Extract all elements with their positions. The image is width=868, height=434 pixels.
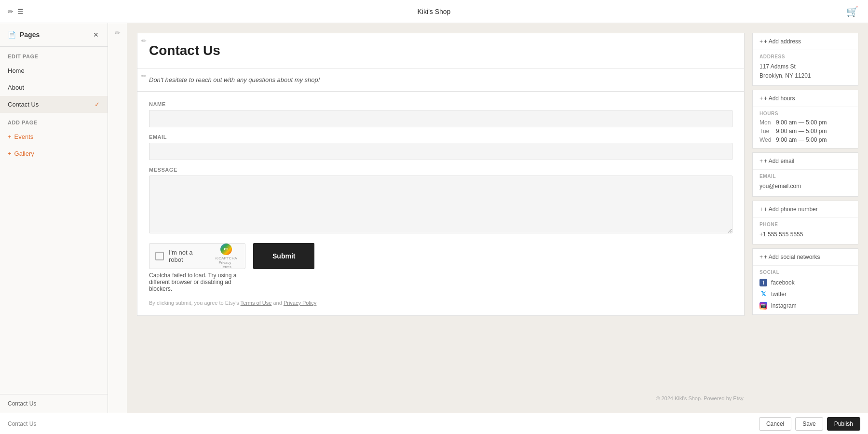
phone-section-label: PHONE (753, 218, 858, 229)
cancel-button[interactable]: Cancel (759, 417, 791, 431)
hours-row-mon: Mon 9:00 am — 5:00 pm (753, 118, 858, 127)
right-sidebar: + + Add address ADDRESS 117 Adams St Bro… (752, 33, 858, 403)
hours-row-tue: Tue 9:00 am — 5:00 pm (753, 127, 858, 136)
recaptcha-branding: reCAPTCHAPrivacy - Terms (213, 256, 239, 269)
social-row-instagram: 📷 instagram (753, 300, 858, 314)
cart-icon: 🛒 (846, 6, 858, 17)
page-footer: © 2024 Kiki's Shop. Powered by Etsy. (137, 388, 745, 403)
description-text: Don't hesitate to reach out with any que… (149, 76, 732, 83)
social-row-twitter: 𝕏 twitter (753, 288, 858, 300)
sidebar-footer: Contact Us (0, 394, 108, 413)
message-input[interactable] (149, 176, 732, 233)
list-icon[interactable]: ☰ (17, 8, 24, 15)
add-email-button[interactable]: + + Add email (753, 153, 858, 170)
close-sidebar-button[interactable]: ✕ (92, 30, 100, 40)
sidebar-item-home[interactable]: Home (0, 62, 108, 79)
sidebar-item-about[interactable]: About (0, 79, 108, 96)
top-bar-icons: ✏ ☰ (8, 8, 24, 15)
content-area: ✏ ✏ Contact Us ✏ Don't hesitate to reach… (108, 23, 868, 413)
form-section: ✏ Contact Us ✏ Don't hesitate to reach o… (137, 33, 745, 403)
email-card: + + Add email EMAIL you@email.com (752, 152, 858, 196)
social-row-facebook: f facebook (753, 277, 858, 288)
captcha-label: I'm not a robot (169, 249, 208, 263)
email-section-label: EMAIL (753, 170, 858, 181)
save-button[interactable]: Save (795, 417, 823, 431)
captcha-error: Captcha failed to load. Try using a diff… (149, 272, 245, 292)
bottom-bar-actions: Cancel Save Publish (759, 417, 860, 431)
plus-icon-social: + (760, 254, 763, 260)
add-address-button[interactable]: + + Add address (753, 33, 858, 50)
top-bar: ✏ ☰ Kiki's Shop 🛒 (0, 0, 868, 23)
email-input[interactable] (149, 143, 732, 160)
privacy-link[interactable]: Privacy Policy (284, 300, 316, 306)
page-canvas: ✏ Contact Us ✏ Don't hesitate to reach o… (127, 23, 868, 413)
plus-icon-gallery: + (8, 150, 12, 157)
instagram-icon: 📷 (760, 302, 767, 310)
recaptcha-icon: rC (220, 244, 232, 255)
add-social-button[interactable]: + + Add social networks (753, 249, 858, 266)
plus-icon-phone: + (760, 206, 763, 213)
twitter-icon: 𝕏 (760, 290, 767, 298)
facebook-icon: f (760, 279, 767, 286)
title-edit-icon[interactable]: ✏ (140, 36, 148, 45)
legal-text: By clicking submit, you agree to Etsy's … (149, 300, 732, 306)
name-label: NAME (149, 101, 732, 107)
shop-title: Kiki's Shop (418, 8, 451, 15)
pages-icon: 📄 (8, 31, 16, 39)
page-title-block: ✏ Contact Us (137, 33, 745, 68)
message-label: MESSAGE (149, 167, 732, 173)
plus-icon-email: + (760, 158, 763, 164)
sidebar-header-title: 📄 Pages (8, 31, 40, 39)
captcha-logo: rC reCAPTCHAPrivacy - Terms (213, 244, 239, 269)
captcha-box[interactable]: I'm not a robot rC reCAPTCHAPrivacy - Te… (149, 243, 245, 269)
social-card: + + Add social networks SOCIAL f faceboo… (752, 248, 858, 315)
add-phone-button[interactable]: + + Add phone number (753, 201, 858, 218)
captcha-checkbox[interactable] (155, 252, 164, 260)
email-label: EMAIL (149, 134, 732, 140)
active-check-icon: ✓ (95, 101, 100, 108)
social-section-label: SOCIAL (753, 266, 858, 277)
sidebar: 📄 Pages ✕ EDIT PAGE Home About Contact U… (0, 23, 108, 413)
left-toolbar: ✏ (108, 23, 127, 413)
address-section-label: ADDRESS (753, 50, 858, 61)
add-events-button[interactable]: + Events (0, 128, 108, 145)
plus-icon-hours: + (760, 95, 763, 102)
hours-card: + + Add hours HOURS Mon 9:00 am — 5:00 p… (752, 90, 858, 149)
add-gallery-button[interactable]: + Gallery (0, 145, 108, 162)
hours-section-label: HOURS (753, 107, 858, 118)
add-page-label: ADD PAGE (0, 113, 108, 128)
phone-value: +1 555 555 5555 (753, 229, 858, 244)
submit-button[interactable]: Submit (253, 243, 314, 269)
bottom-bar: Contact Us Cancel Save Publish (0, 413, 868, 434)
desc-edit-icon[interactable]: ✏ (140, 71, 148, 81)
add-hours-button[interactable]: + + Add hours (753, 90, 858, 107)
address-value: 117 Adams St Brooklyn, NY 11201 (753, 61, 858, 85)
hours-row-wed: Wed 9:00 am — 5:00 pm (753, 136, 858, 148)
page-title: Contact Us (149, 43, 732, 58)
address-card: + + Add address ADDRESS 117 Adams St Bro… (752, 33, 858, 86)
email-value: you@email.com (753, 181, 858, 196)
bottom-bar-label: Contact Us (8, 420, 36, 427)
edit-page-label: EDIT PAGE (0, 47, 108, 62)
plus-icon-events: + (8, 133, 12, 140)
publish-button[interactable]: Publish (827, 417, 860, 431)
main-layout: 📄 Pages ✕ EDIT PAGE Home About Contact U… (0, 23, 868, 413)
sidebar-header: 📄 Pages ✕ (0, 23, 108, 47)
sidebar-item-contact-us[interactable]: Contact Us ✓ (0, 96, 108, 113)
terms-link[interactable]: Terms of Use (241, 300, 272, 306)
description-block: ✏ Don't hesitate to reach out with any q… (137, 68, 745, 92)
plus-icon-address: + (760, 38, 763, 45)
edit-toolbar-button[interactable]: ✏ (114, 28, 122, 38)
phone-card: + + Add phone number PHONE +1 555 555 55… (752, 201, 858, 244)
captcha-row: I'm not a robot rC reCAPTCHAPrivacy - Te… (149, 243, 732, 292)
contact-form-block: NAME EMAIL MESSAGE I'm not a robot rC (137, 92, 745, 316)
pencil-icon[interactable]: ✏ (8, 8, 14, 15)
name-input[interactable] (149, 110, 732, 127)
cart-button[interactable]: 🛒 (846, 6, 858, 17)
